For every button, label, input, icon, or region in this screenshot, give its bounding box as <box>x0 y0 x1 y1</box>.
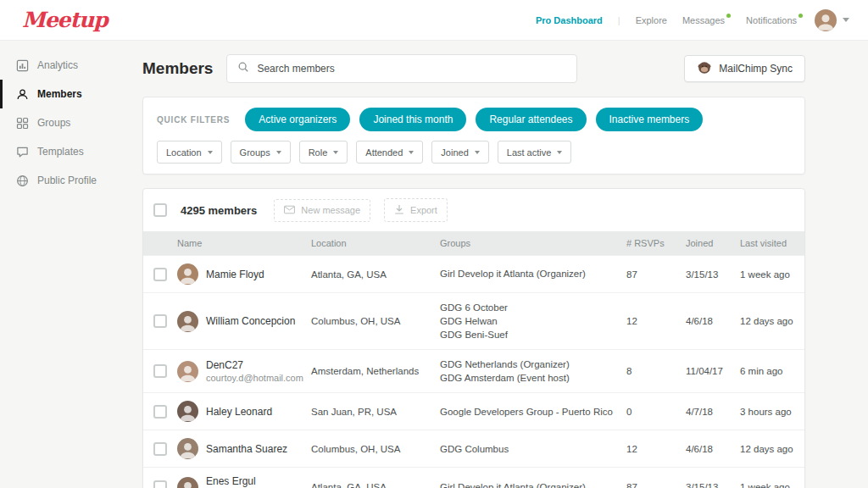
table-row[interactable]: Enes Ergulenes.ergul@gmail.comAtlanta, G… <box>143 467 804 488</box>
member-joined: 3/15/13 <box>686 256 740 292</box>
filter-dropdown-attended[interactable]: Attended <box>356 141 423 164</box>
search-input[interactable] <box>257 63 566 75</box>
top-bar: Meetup Pro Dashboard|ExploreMessagesNoti… <box>0 0 868 41</box>
table-toolbar: 4295 members New message Export <box>143 189 804 231</box>
quick-filter-regular-attendees[interactable]: Regular attendees <box>476 108 586 131</box>
filter-dropdown-role[interactable]: Role <box>299 141 348 164</box>
member-groups: GDG Netherlands (Organizer) GDG Amsterda… <box>440 350 626 392</box>
chat-bubble-icon <box>15 145 29 158</box>
dropdown-label: Location <box>166 147 202 158</box>
member-last-visited: 6 min ago <box>740 350 804 392</box>
member-name: DenC27 <box>206 359 303 371</box>
member-joined: 4/7/18 <box>686 393 740 430</box>
filter-dropdown-last-active[interactable]: Last active <box>498 141 572 164</box>
checkbox-cell <box>143 468 177 488</box>
member-location: Columbus, OH, USA <box>311 293 440 349</box>
filter-dropdown-joined[interactable]: Joined <box>431 141 488 164</box>
column-header-last-visited: Last visited <box>740 231 804 255</box>
member-last-visited: 1 week ago <box>740 256 804 292</box>
page-title: Members <box>142 59 213 78</box>
mailchimp-label: MailChimp Sync <box>719 63 793 75</box>
member-groups: Girl Develop it Atlanta (Organizer) <box>440 256 626 292</box>
column-header-groups: Groups <box>440 231 626 255</box>
globe-icon <box>15 174 29 187</box>
member-rsvps: 12 <box>626 293 686 349</box>
member-name-block: Samantha Suarez <box>206 443 287 455</box>
table-row[interactable]: Haley LeonardSan Juan, PR, USAGoogle Dev… <box>143 392 804 430</box>
sidebar-item-groups[interactable]: Groups <box>0 108 127 137</box>
row-checkbox[interactable] <box>153 480 167 488</box>
chevron-down-icon <box>409 151 414 154</box>
member-last-visited: 1 week ago <box>740 468 804 488</box>
row-checkbox[interactable] <box>153 405 167 419</box>
name-cell: Samantha Suarez <box>177 430 311 467</box>
row-checkbox[interactable] <box>153 442 167 456</box>
sidebar-item-analytics[interactable]: Analytics <box>0 51 127 80</box>
row-checkbox[interactable] <box>153 268 167 281</box>
export-label: Export <box>410 205 437 215</box>
select-all-checkbox[interactable] <box>153 203 167 217</box>
member-rsvps: 8 <box>626 350 686 392</box>
table-row[interactable]: Mamie FloydAtlanta, GA, USAGirl Develop … <box>143 255 804 292</box>
top-nav: Pro Dashboard|ExploreMessagesNotificatio… <box>536 15 803 25</box>
nav-label: Explore <box>636 15 667 25</box>
nav-explore[interactable]: Explore <box>636 15 667 25</box>
member-name: William Concepcion <box>206 315 295 327</box>
filter-dropdown-location[interactable]: Location <box>157 141 222 164</box>
envelope-icon <box>284 205 295 216</box>
sidebar-item-members[interactable]: Members <box>0 80 127 108</box>
nav-separator: | <box>618 15 620 25</box>
member-joined: 11/04/17 <box>686 350 740 392</box>
sidebar-nav: AnalyticsMembersGroupsTemplatesPublic Pr… <box>0 51 127 195</box>
checkbox-cell <box>143 350 177 392</box>
export-button[interactable]: Export <box>384 198 448 222</box>
nav-notifications[interactable]: Notifications <box>746 15 803 25</box>
user-menu[interactable] <box>815 9 849 31</box>
filter-dropdown-groups[interactable]: Groups <box>231 141 291 164</box>
quick-filter-inactive-members[interactable]: Inactive members <box>596 108 704 131</box>
chevron-down-icon <box>208 151 213 154</box>
name-cell: DenC27courtoy.d@hotmail.com <box>177 350 311 392</box>
chevron-down-icon <box>276 151 281 154</box>
name-cell: Enes Ergulenes.ergul@gmail.com <box>177 468 311 488</box>
member-location: Atlanta, GA, USA <box>311 468 440 488</box>
name-cell: William Concepcion <box>177 293 311 349</box>
member-avatar <box>177 477 198 488</box>
new-message-button[interactable]: New message <box>274 199 370 222</box>
members-table-card: 4295 members New message Export NameLoca… <box>142 188 805 488</box>
member-rsvps: 0 <box>626 393 686 430</box>
unread-dot <box>726 14 731 18</box>
sidebar-item-templates[interactable]: Templates <box>0 137 127 166</box>
member-count: 4295 members <box>181 204 257 217</box>
row-checkbox[interactable] <box>153 364 167 378</box>
member-name-block: Mamie Floyd <box>206 269 264 280</box>
table-row[interactable]: William ConcepcionColumbus, OH, USAGDG 6… <box>143 292 804 349</box>
member-last-visited: 12 days ago <box>740 430 804 467</box>
member-name: Samantha Suarez <box>206 443 287 455</box>
member-location: Amsterdam, Netherlands <box>311 350 440 392</box>
meetup-logo[interactable]: Meetup <box>22 8 108 32</box>
member-avatar <box>177 401 198 422</box>
sidebar: AnalyticsMembersGroupsTemplatesPublic Pr… <box>0 41 127 488</box>
nav-messages[interactable]: Messages <box>682 15 731 25</box>
mailchimp-icon <box>697 60 712 78</box>
member-groups: Google Developers Group - Puerto Rico <box>440 393 626 430</box>
quick-filter-active-organizers[interactable]: Active organizers <box>245 108 350 131</box>
quick-filter-joined-this-month[interactable]: Joined this month <box>359 108 466 131</box>
user-avatar <box>815 9 837 31</box>
member-rsvps: 87 <box>626 256 686 292</box>
chevron-down-icon <box>333 151 338 154</box>
unread-dot <box>798 14 803 18</box>
table-row[interactable]: Samantha SuarezColumbus, OH, USAGDG Colu… <box>143 430 804 467</box>
quick-filters-row: QUICK FILTERS Active organizersJoined th… <box>157 108 791 131</box>
sidebar-item-public-profile[interactable]: Public Profile <box>0 166 127 195</box>
dropdown-label: Role <box>309 147 328 158</box>
row-checkbox[interactable] <box>153 314 167 328</box>
checkbox-cell <box>143 430 177 467</box>
table-header: NameLocationGroups# RSVPsJoinedLast visi… <box>143 231 804 255</box>
member-name-block: Enes Ergulenes.ergul@gmail.com <box>206 475 302 488</box>
column-header-location: Location <box>311 231 440 255</box>
mailchimp-sync-button[interactable]: MailChimp Sync <box>684 55 805 82</box>
table-row[interactable]: DenC27courtoy.d@hotmail.comAmsterdam, Ne… <box>143 349 804 392</box>
nav-pro-dashboard[interactable]: Pro Dashboard <box>536 15 603 25</box>
